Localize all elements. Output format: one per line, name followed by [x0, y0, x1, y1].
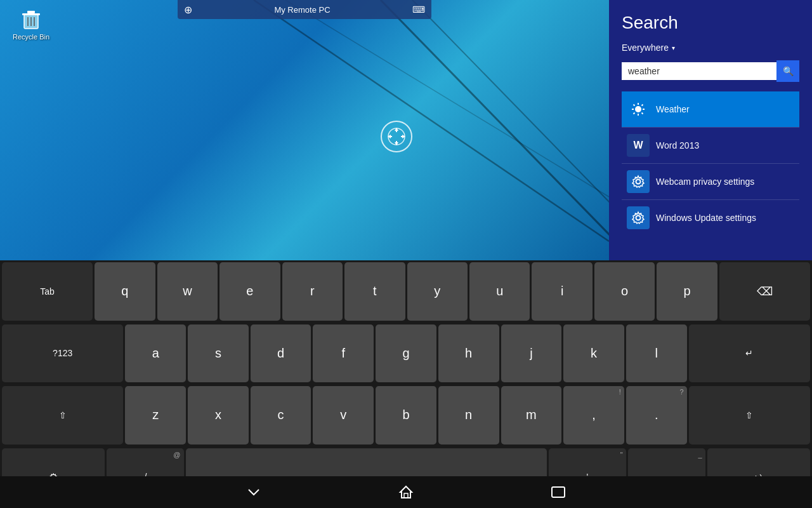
key-t[interactable]: t [344, 262, 405, 321]
search-result-webcam[interactable]: Webcam privacy settings [622, 164, 799, 199]
numbers-key[interactable]: ?123 [2, 324, 123, 383]
recycle-bin-image [18, 6, 44, 32]
svg-line-27 [634, 113, 635, 114]
key-j[interactable]: j [501, 324, 562, 383]
enter-key[interactable]: ↵ [689, 324, 810, 383]
recycle-bin-icon[interactable]: Recycle Bin [13, 6, 49, 41]
navigation-bar [0, 476, 812, 508]
key-y[interactable]: y [407, 262, 468, 321]
remote-toolbar-title: My Remote PC [274, 5, 330, 15]
desktop-decorative-lines [0, 0, 609, 260]
key-g[interactable]: g [376, 324, 436, 383]
word-result-icon: W [627, 134, 650, 157]
search-input-row: 🔍 [622, 60, 799, 82]
nav-back-button[interactable] [241, 483, 266, 502]
key-l[interactable]: l [626, 324, 687, 383]
key-v[interactable]: v [313, 386, 374, 444]
key-p[interactable]: p [657, 262, 717, 321]
webcam-result-icon [627, 170, 650, 193]
key-q[interactable]: q [95, 262, 155, 321]
weather-result-label: Weather [656, 104, 690, 114]
search-panel: Search Everywhere ▾ 🔍 Weather W W [609, 0, 812, 260]
keyboard-row-3: ⇧ z x c v b n m ! , ? . ⇧ [0, 384, 812, 446]
svg-marker-30 [400, 486, 412, 498]
svg-line-0 [381, 0, 609, 260]
svg-rect-32 [552, 487, 565, 497]
search-scope-dropdown[interactable]: Everywhere ▾ [622, 43, 799, 53]
key-o[interactable]: o [594, 262, 655, 321]
svg-point-28 [636, 180, 641, 184]
key-f[interactable]: f [313, 324, 374, 383]
key-i[interactable]: i [532, 262, 592, 321]
search-result-windows-update[interactable]: Windows Update settings [622, 200, 799, 236]
key-period[interactable]: ? . [626, 386, 687, 444]
search-result-weather[interactable]: Weather [622, 91, 799, 127]
keyboard-row-1: Tab q w e r t y u i o p ⌫ [0, 260, 812, 323]
keyboard-row-2: ?123 a s d f g h j k l ↵ [0, 323, 812, 385]
search-result-word2013[interactable]: W Word 2013 [622, 128, 799, 163]
chevron-down-icon: ▾ [672, 44, 675, 51]
key-comma[interactable]: ! , [563, 386, 624, 444]
key-c[interactable]: c [251, 386, 311, 444]
recycle-bin-label: Recycle Bin [13, 33, 49, 41]
left-shift-key[interactable]: ⇧ [2, 386, 123, 444]
search-button[interactable]: 🔍 [776, 60, 799, 82]
right-shift-key[interactable]: ⇧ [689, 386, 810, 444]
key-z[interactable]: z [125, 386, 186, 444]
key-a[interactable]: a [125, 324, 186, 383]
svg-line-24 [634, 105, 635, 106]
remote-toolbar: ⊕ My Remote PC ⌨ [178, 0, 431, 19]
key-h[interactable]: h [438, 324, 499, 383]
tab-key[interactable]: Tab [2, 262, 93, 321]
svg-point-19 [635, 106, 641, 112]
weather-result-icon [627, 98, 650, 121]
key-w[interactable]: w [157, 262, 218, 321]
svg-line-26 [642, 105, 643, 106]
nav-home-button[interactable] [393, 483, 419, 502]
key-e[interactable]: e [219, 262, 280, 321]
key-m[interactable]: m [501, 386, 562, 444]
keyboard-toggle-icon[interactable]: ⌨ [412, 4, 425, 15]
keyboard-area: Tab q w e r t y u i o p ⌫ ?123 a s d f g… [0, 260, 812, 508]
svg-line-2 [254, 0, 609, 241]
windows-update-result-label: Windows Update settings [656, 213, 756, 223]
svg-rect-6 [27, 11, 35, 13]
key-n[interactable]: n [438, 386, 499, 444]
move-cursor[interactable] [381, 121, 412, 152]
webcam-result-label: Webcam privacy settings [656, 177, 754, 187]
key-r[interactable]: r [282, 262, 343, 321]
key-b[interactable]: b [376, 386, 436, 444]
svg-rect-5 [22, 13, 40, 15]
svg-line-25 [642, 113, 643, 114]
svg-point-29 [636, 216, 641, 220]
move-icon[interactable]: ⊕ [184, 4, 192, 16]
key-k[interactable]: k [563, 324, 624, 383]
search-panel-title: Search [622, 13, 799, 33]
search-scope-label: Everywhere [622, 43, 669, 53]
key-u[interactable]: u [469, 262, 530, 321]
key-d[interactable]: d [251, 324, 311, 383]
backspace-key[interactable]: ⌫ [719, 262, 810, 321]
svg-rect-31 [404, 493, 408, 498]
key-s[interactable]: s [188, 324, 249, 383]
key-x[interactable]: x [188, 386, 249, 444]
nav-recent-button[interactable] [546, 483, 571, 502]
windows-update-result-icon [627, 206, 650, 229]
desktop: Recycle Bin ⊕ My Remote PC ⌨ [0, 0, 609, 260]
search-input[interactable] [622, 62, 776, 80]
word-result-label: Word 2013 [656, 140, 699, 150]
svg-line-3 [285, 0, 609, 197]
